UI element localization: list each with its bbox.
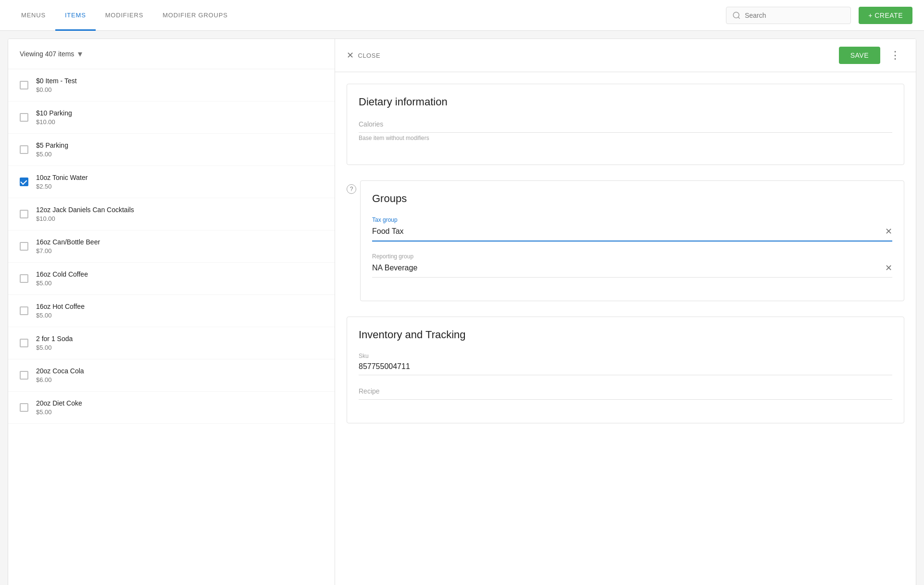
item-info: 16oz Hot Coffee$5.00 [36, 303, 323, 319]
item-price: $5.00 [36, 280, 323, 287]
recipe-placeholder: Recipe [359, 387, 892, 400]
items-list-panel: Viewing 407 items ▾ $0 Item - Test$0.00$… [8, 39, 335, 585]
calories-field: Calories Base item without modifiers [359, 120, 892, 141]
detail-panel: ✕ CLOSE SAVE ⋮ Dietary information Calor… [335, 39, 916, 585]
item-price: $5.00 [36, 408, 323, 416]
tax-group-value[interactable]: Food Tax ✕ [372, 226, 892, 242]
list-item[interactable]: 10oz Tonic Water$2.50 [8, 166, 335, 198]
item-price: $6.00 [36, 376, 323, 383]
tab-items[interactable]: ITEMS [55, 0, 96, 31]
item-info: $5 Parking$5.00 [36, 141, 323, 158]
svg-line-1 [738, 17, 740, 18]
item-info: 10oz Tonic Water$2.50 [36, 174, 323, 190]
dietary-section: Dietary information Calories Base item w… [347, 84, 904, 165]
top-navigation: MENUS ITEMS MODIFIERS MODIFIER GROUPS + … [0, 0, 924, 31]
item-info: 20oz Coca Cola$6.00 [36, 367, 323, 383]
reporting-group-field: Reporting group NA Beverage ✕ [372, 253, 892, 278]
main-layout: Viewing 407 items ▾ $0 Item - Test$0.00$… [8, 38, 916, 585]
item-info: 16oz Cold Coffee$5.00 [36, 270, 323, 287]
list-header: Viewing 407 items ▾ [8, 39, 335, 69]
nav-tabs: MENUS ITEMS MODIFIERS MODIFIER GROUPS [12, 0, 237, 30]
item-checkbox[interactable] [20, 242, 28, 251]
detail-header: ✕ CLOSE SAVE ⋮ [335, 39, 916, 72]
item-checkbox[interactable] [20, 339, 28, 347]
item-name: 2 for 1 Soda [36, 335, 323, 343]
item-checkbox[interactable] [20, 274, 28, 283]
item-name: 16oz Can/Bottle Beer [36, 238, 323, 246]
list-item[interactable]: 12oz Jack Daniels Can Cocktails$10.00 [8, 198, 335, 230]
close-button[interactable]: ✕ CLOSE [347, 50, 380, 61]
close-icon: ✕ [347, 50, 354, 61]
items-list: $0 Item - Test$0.00$10 Parking$10.00$5 P… [8, 69, 335, 424]
item-info: 2 for 1 Soda$5.00 [36, 335, 323, 351]
list-item[interactable]: 2 for 1 Soda$5.00 [8, 327, 335, 359]
list-item[interactable]: 20oz Coca Cola$6.00 [8, 359, 335, 392]
viewing-label: Viewing 407 items ▾ [20, 49, 82, 59]
tab-menus[interactable]: MENUS [12, 0, 55, 31]
groups-title: Groups [372, 192, 892, 205]
list-item[interactable]: $0 Item - Test$0.00 [8, 69, 335, 102]
item-name: 10oz Tonic Water [36, 174, 323, 181]
tax-group-clear-icon[interactable]: ✕ [885, 226, 892, 237]
reporting-group-clear-icon[interactable]: ✕ [885, 263, 892, 273]
item-price: $7.00 [36, 247, 323, 254]
dietary-title: Dietary information [359, 96, 892, 108]
nav-right: + CREATE [726, 7, 912, 24]
item-price: $5.00 [36, 344, 323, 351]
item-info: 20oz Diet Coke$5.00 [36, 399, 323, 416]
item-checkbox[interactable] [20, 178, 28, 186]
reporting-group-value[interactable]: NA Beverage ✕ [372, 263, 892, 278]
item-name: 12oz Jack Daniels Can Cocktails [36, 206, 323, 214]
header-actions: SAVE ⋮ [839, 47, 904, 64]
list-item[interactable]: 16oz Hot Coffee$5.00 [8, 295, 335, 327]
item-price: $0.00 [36, 86, 323, 93]
list-item[interactable]: 16oz Cold Coffee$5.00 [8, 263, 335, 295]
item-checkbox[interactable] [20, 81, 28, 89]
sku-field: Sku 857755004711 [359, 353, 892, 375]
item-price: $5.00 [36, 312, 323, 319]
item-info: $0 Item - Test$0.00 [36, 77, 323, 93]
detail-content: Dietary information Calories Base item w… [335, 72, 916, 450]
item-price: $10.00 [36, 215, 323, 222]
more-options-button[interactable]: ⋮ [886, 48, 904, 63]
item-checkbox[interactable] [20, 145, 28, 154]
search-icon [732, 11, 741, 20]
item-checkbox[interactable] [20, 371, 28, 380]
tab-modifiers[interactable]: MODIFIERS [96, 0, 153, 31]
list-item[interactable]: $10 Parking$10.00 [8, 102, 335, 134]
help-icon[interactable]: ? [347, 184, 356, 194]
item-price: $10.00 [36, 118, 323, 126]
item-name: 16oz Cold Coffee [36, 270, 323, 278]
item-name: 20oz Coca Cola [36, 367, 323, 375]
item-info: 16oz Can/Bottle Beer$7.00 [36, 238, 323, 254]
tax-group-field: Tax group Food Tax ✕ [372, 216, 892, 242]
item-checkbox[interactable] [20, 113, 28, 122]
list-item[interactable]: 20oz Diet Coke$5.00 [8, 392, 335, 424]
item-checkbox[interactable] [20, 210, 28, 218]
item-name: $10 Parking [36, 109, 323, 117]
item-name: $5 Parking [36, 141, 323, 149]
sku-label: Sku [359, 353, 892, 359]
save-button[interactable]: SAVE [839, 47, 880, 64]
inventory-title: Inventory and Tracking [359, 329, 892, 341]
create-button[interactable]: + CREATE [859, 7, 912, 24]
tax-group-label: Tax group [372, 216, 892, 223]
reporting-group-label: Reporting group [372, 253, 892, 260]
tab-modifier-groups[interactable]: MODIFIER GROUPS [153, 0, 237, 31]
item-name: $0 Item - Test [36, 77, 323, 85]
calories-placeholder: Calories [359, 120, 892, 133]
inventory-section: Inventory and Tracking Sku 857755004711 … [347, 317, 904, 423]
svg-point-0 [733, 12, 739, 18]
search-input[interactable] [745, 12, 845, 19]
item-checkbox[interactable] [20, 306, 28, 315]
item-info: 12oz Jack Daniels Can Cocktails$10.00 [36, 206, 323, 222]
dropdown-arrow-icon[interactable]: ▾ [78, 49, 82, 59]
list-item[interactable]: $5 Parking$5.00 [8, 134, 335, 166]
groups-section: Groups Tax group Food Tax ✕ Reporting gr… [360, 180, 904, 301]
item-price: $5.00 [36, 151, 323, 158]
list-item[interactable]: 16oz Can/Bottle Beer$7.00 [8, 230, 335, 263]
search-box[interactable] [726, 7, 851, 24]
item-checkbox[interactable] [20, 403, 28, 412]
recipe-field: Recipe [359, 387, 892, 400]
item-name: 20oz Diet Coke [36, 399, 323, 407]
